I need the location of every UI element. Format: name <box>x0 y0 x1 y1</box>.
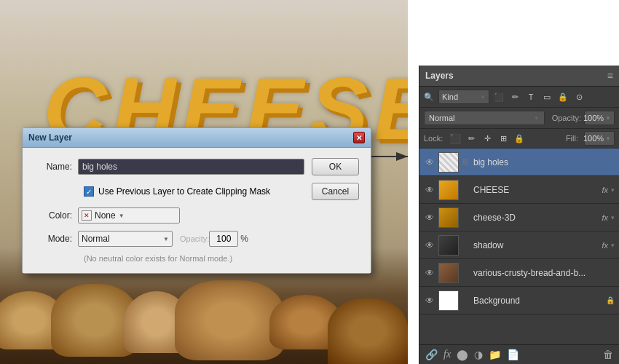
opacity-unit: % <box>240 234 248 244</box>
layer-name-label: cheese-3D <box>473 213 599 223</box>
dialog-body: Name: OK ✓ Use Previous Layer to Create … <box>23 148 371 273</box>
extra-filter-icon[interactable]: ⊙ <box>572 90 586 103</box>
mode-value: Normal <box>82 234 110 244</box>
lock-row: Lock: ⬛ ✏ ✛ ⊞ 🔒 Fill: 100% ▼ <box>419 129 619 149</box>
new-layer-dialog: New Layer ✕ Name: OK ✓ Use Previous Laye… <box>22 127 371 274</box>
layer-name-input[interactable] <box>78 159 304 175</box>
pixel-filter-icon[interactable]: ⬛ <box>492 90 505 103</box>
x-badge: ✕ <box>82 210 92 221</box>
blend-opacity-row: Normal ▼ Opacity: 100% ▼ <box>419 108 619 129</box>
layer-visibility-icon[interactable]: 👁 <box>424 213 435 223</box>
ok-button[interactable]: OK <box>312 158 359 175</box>
new-group-icon[interactable]: 📁 <box>489 349 501 360</box>
layer-visibility-icon[interactable]: 👁 <box>424 296 435 306</box>
panel-header: Layers ≡ <box>419 66 619 87</box>
dialog-title: New Layer <box>28 132 72 143</box>
clipping-mask-checkbox[interactable]: ✓ <box>84 186 94 197</box>
fx-badge: fx <box>602 213 608 222</box>
color-select[interactable]: ✕ None ▼ <box>78 207 180 223</box>
clipping-mask-label: Use Previous Layer to Create Clipping Ma… <box>98 186 270 197</box>
layer-visibility-icon[interactable]: 👁 <box>424 157 435 167</box>
type-filter-icon[interactable]: T <box>524 90 537 103</box>
layer-row[interactable]: 👁⛓big holes <box>419 149 619 176</box>
fill-arrow: ▼ <box>605 135 611 142</box>
layer-visibility-icon[interactable]: 👁 <box>424 268 435 278</box>
bread-loaf-4 <box>175 280 284 360</box>
lock-all-icon[interactable]: 🔒 <box>513 132 526 145</box>
layer-name-label: Background <box>473 296 603 306</box>
layer-row[interactable]: 👁shadowfx▾ <box>419 232 619 259</box>
blend-mode-select[interactable]: Normal ▼ <box>424 111 545 125</box>
fx-chevron-icon[interactable]: ▾ <box>611 214 615 221</box>
layer-row[interactable]: 👁cheese-3Dfx▾ <box>419 204 619 232</box>
kind-arrow: ▼ <box>480 94 486 100</box>
layer-chain-icon: ⛓ <box>462 158 470 166</box>
panel-menu-icon[interactable]: ≡ <box>607 70 613 82</box>
shape-filter-icon[interactable]: ▭ <box>540 90 553 103</box>
fx-badge: fx <box>602 241 608 250</box>
color-label: Color: <box>34 210 78 221</box>
opacity-panel-label: Opacity: <box>552 114 581 122</box>
kind-value: Kind <box>442 92 458 101</box>
fx-chevron-icon[interactable]: ▾ <box>611 242 615 249</box>
layer-name-label: various-crusty-bread-and-b... <box>473 268 615 278</box>
layer-name-label: big holes <box>473 157 615 167</box>
layer-thumbnail <box>438 263 459 283</box>
layer-thumbnail <box>438 180 459 200</box>
layer-row[interactable]: 👁CHEESEfx▾ <box>419 176 619 204</box>
fx-icon[interactable]: fx <box>443 349 451 360</box>
fx-chevron-icon[interactable]: ▾ <box>611 186 615 194</box>
cancel-button[interactable]: Cancel <box>312 183 359 200</box>
new-fill-icon[interactable]: ⬤ <box>457 349 468 360</box>
fx-badge: fx <box>602 186 608 194</box>
layer-thumbnail <box>438 152 459 173</box>
panel-title: Layers <box>425 71 454 81</box>
opacity-input[interactable] <box>209 231 238 247</box>
kind-label: 🔍 <box>424 92 434 102</box>
kind-select[interactable]: Kind ▼ <box>438 90 489 104</box>
lock-label: Lock: <box>424 134 443 143</box>
kind-row: 🔍 Kind ▼ ⬛ ✏ T ▭ 🔒 ⊙ <box>419 87 619 108</box>
opacity-arrow: ▼ <box>605 115 611 122</box>
layer-thumbnail <box>438 207 459 228</box>
blend-mode-value: Normal <box>429 114 454 122</box>
mode-select[interactable]: Normal ▼ <box>78 231 173 247</box>
hint-text: (No neutral color exists for Normal mode… <box>84 254 232 263</box>
adjustment-layer-icon[interactable]: ◑ <box>474 349 483 360</box>
panel-footer: 🔗 fx ⬤ ◑ 📁 📄 🗑 <box>419 344 619 364</box>
layer-row[interactable]: 👁various-crusty-bread-and-b... <box>419 259 619 287</box>
adjustment-filter-icon[interactable]: ✏ <box>508 90 521 103</box>
color-value: None <box>95 210 116 221</box>
layer-list: 👁⛓big holes👁CHEESEfx▾👁cheese-3Dfx▾👁shado… <box>419 149 619 314</box>
layer-name-label: CHEESE <box>473 185 599 195</box>
lock-position-icon[interactable]: ✛ <box>481 132 494 145</box>
layer-name-label: shadow <box>473 240 599 250</box>
dialog-close-button[interactable]: ✕ <box>353 132 365 143</box>
lock-brush-icon[interactable]: ✏ <box>465 132 478 145</box>
layers-panel: Layers ≡ 🔍 Kind ▼ ⬛ ✏ T ▭ 🔒 ⊙ Normal ▼ O… <box>419 66 619 364</box>
layer-visibility-icon[interactable]: 👁 <box>424 185 435 195</box>
clipping-mask-row: ✓ Use Previous Layer to Create Clipping … <box>34 183 359 200</box>
lock-artboard-icon[interactable]: ⊞ <box>497 132 510 145</box>
layer-thumbnail <box>438 290 459 311</box>
layer-row[interactable]: 👁Background🔒 <box>419 287 619 314</box>
bread-loaf-6 <box>328 298 408 364</box>
mode-label: Mode: <box>34 234 78 244</box>
layer-visibility-icon[interactable]: 👁 <box>424 240 435 250</box>
hint-row: (No neutral color exists for Normal mode… <box>34 254 359 263</box>
layer-lock-icon: 🔒 <box>606 296 615 304</box>
mode-dropdown-arrow: ▼ <box>163 236 169 242</box>
lock-pixels-icon[interactable]: ⬛ <box>449 132 462 145</box>
fill-value[interactable]: 100% ▼ <box>584 131 615 146</box>
dialog-titlebar: New Layer ✕ <box>23 128 371 148</box>
smart-filter-icon[interactable]: 🔒 <box>556 90 569 103</box>
fill-label: Fill: <box>566 134 578 143</box>
name-label: Name: <box>34 162 78 172</box>
layer-thumbnail <box>438 235 459 256</box>
opacity-panel-value[interactable]: 100% ▼ <box>584 111 615 125</box>
delete-layer-icon[interactable]: 🗑 <box>603 349 613 360</box>
new-layer-footer-icon[interactable]: 📄 <box>507 349 519 360</box>
link-layers-icon[interactable]: 🔗 <box>425 349 438 360</box>
color-dropdown-arrow: ▼ <box>119 213 125 219</box>
opacity-label: Opacity: <box>180 234 209 243</box>
